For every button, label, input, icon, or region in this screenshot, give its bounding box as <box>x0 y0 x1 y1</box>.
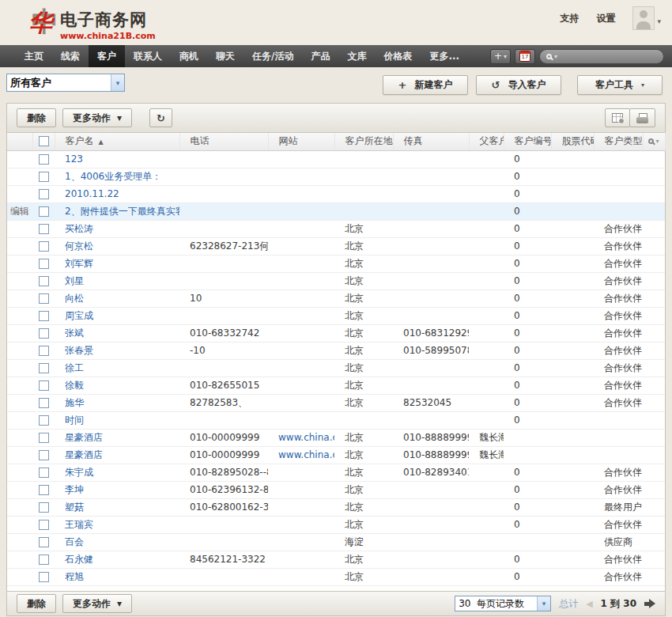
customer-name-link[interactable]: 何京松 <box>65 240 93 252</box>
col-header-number[interactable]: 客户编号 <box>504 133 551 150</box>
row-checkbox[interactable] <box>39 415 49 426</box>
row-checkbox[interactable] <box>39 276 49 286</box>
prev-page-icon[interactable]: ◀ <box>586 599 592 609</box>
col-header-name[interactable]: 客户名▲ <box>55 133 179 150</box>
calendar-button[interactable]: 17 <box>515 49 535 64</box>
print-button[interactable] <box>629 108 655 127</box>
per-page-select[interactable]: 30 每页记录数 ▾ <box>455 596 551 611</box>
col-header-type[interactable]: 客户类型 <box>594 133 643 150</box>
support-link[interactable]: 支持 <box>560 12 579 25</box>
view-select[interactable]: 所有客户 ▾ <box>6 74 125 92</box>
nav-item-价格表[interactable]: 价格表 <box>375 45 421 67</box>
more-actions-button-bottom[interactable]: 更多动作 ▾ <box>62 594 132 613</box>
row-checkbox[interactable] <box>39 189 49 199</box>
website-link[interactable]: www.china.com <box>278 432 334 443</box>
row-checkbox[interactable] <box>39 380 49 391</box>
refresh-button[interactable]: ↻ <box>149 108 172 127</box>
row-checkbox[interactable] <box>39 520 49 530</box>
col-header-stock[interactable]: 股票代码 <box>551 133 594 150</box>
nav-item-更多...[interactable]: 更多... <box>421 45 468 67</box>
row-checkbox[interactable] <box>39 433 49 443</box>
customer-name-link[interactable]: 塑菇 <box>65 502 84 513</box>
customer-name-link[interactable]: 买松涛 <box>65 223 93 234</box>
nav-item-产品[interactable]: 产品 <box>302 45 338 67</box>
customer-name-link[interactable]: 星豪酒店 <box>65 432 103 443</box>
delete-button[interactable]: 删除 <box>17 108 56 127</box>
customer-name-link[interactable]: 李坤 <box>65 484 84 495</box>
customer-name-link[interactable]: 徐毅 <box>65 380 84 391</box>
customer-name-link[interactable]: 张斌 <box>65 327 84 339</box>
row-checkbox[interactable] <box>39 346 49 356</box>
customer-name-link[interactable]: 123 <box>65 153 83 165</box>
customer-name-link[interactable]: 刘星 <box>65 275 84 286</box>
row-checkbox[interactable] <box>39 572 49 582</box>
export-grid-button[interactable] <box>605 108 630 127</box>
customer-name-link[interactable]: 施华 <box>65 397 84 408</box>
new-customer-button[interactable]: + 新建客户 <box>383 75 468 95</box>
customer-name-link[interactable]: 百会 <box>65 536 84 547</box>
user-menu[interactable]: ▾ <box>632 6 661 30</box>
col-header-website[interactable]: 网站 <box>268 133 334 150</box>
more-actions-button[interactable]: 更多动作 ▾ <box>62 108 132 127</box>
customer-name-link[interactable]: 时间 <box>65 414 84 426</box>
nav-item-任务/活动[interactable]: 任务/活动 <box>244 45 302 67</box>
col-header-parent[interactable]: 父客户 <box>469 133 504 150</box>
row-checkbox[interactable] <box>39 206 49 217</box>
customer-name-link[interactable]: 2、附件提供一下最终真实客户信息 <box>65 206 179 217</box>
customer-name-link[interactable]: 周宝成 <box>65 310 93 321</box>
nav-item-聊天[interactable]: 聊天 <box>207 45 244 67</box>
row-checkbox[interactable] <box>39 293 49 304</box>
row-checkbox[interactable] <box>39 154 49 165</box>
nav-item-客户[interactable]: 客户 <box>89 45 125 67</box>
row-checkbox[interactable] <box>39 555 49 565</box>
row-checkbox[interactable] <box>39 398 49 408</box>
row-checkbox[interactable] <box>39 450 49 460</box>
nav-item-文库[interactable]: 文库 <box>338 45 375 67</box>
customer-name-link[interactable]: 王瑞宾 <box>65 519 93 530</box>
global-search-input[interactable]: ▾ <box>539 49 664 64</box>
nav-item-联系人[interactable]: 联系人 <box>125 45 171 67</box>
total-link[interactable]: 总计 <box>559 597 578 611</box>
row-checkbox[interactable] <box>39 224 49 234</box>
row-checkbox[interactable] <box>39 259 49 269</box>
row-checkbox[interactable] <box>39 502 49 513</box>
site-logo[interactable]: 中 华 电子商务网 www.china21B.com <box>24 4 156 41</box>
column-search-button[interactable]: ▾ <box>644 138 665 145</box>
nav-item-主页[interactable]: 主页 <box>16 45 52 67</box>
edit-link[interactable]: 编辑 <box>10 206 29 217</box>
customer-name-link[interactable]: 星豪酒店 <box>65 449 103 460</box>
col-header-phone[interactable]: 电话 <box>179 133 268 150</box>
grid-export-icon <box>612 113 623 123</box>
nav-item-商机[interactable]: 商机 <box>171 45 207 67</box>
row-checkbox[interactable] <box>39 467 49 478</box>
next-page-icon[interactable] <box>644 599 655 608</box>
website-link[interactable]: www.china.com <box>278 449 334 460</box>
row-checkbox[interactable] <box>39 363 49 373</box>
col-header-location[interactable]: 客户所在地 <box>334 133 393 150</box>
customer-name-link[interactable]: 2010.11.22 <box>65 188 119 199</box>
row-checkbox[interactable] <box>39 537 49 547</box>
row-checkbox[interactable] <box>39 311 49 321</box>
select-all-checkbox[interactable] <box>39 136 49 146</box>
customer-name-link[interactable]: 向松 <box>65 293 84 304</box>
customer-name-link[interactable]: 张春景 <box>65 345 93 356</box>
row-checkbox[interactable] <box>39 328 49 339</box>
customer-name-link[interactable]: 朱宇成 <box>65 467 93 478</box>
row-checkbox[interactable] <box>39 241 49 252</box>
chevron-down-icon[interactable]: ▾ <box>657 17 661 25</box>
import-customer-button[interactable]: ↺ 导入客户 <box>476 75 561 95</box>
nav-item-线索[interactable]: 线索 <box>52 45 89 67</box>
delete-button-bottom[interactable]: 删除 <box>17 594 56 613</box>
customer-name-link[interactable]: 1、4006业务受理单： <box>65 171 161 182</box>
customer-name-link[interactable]: 石永健 <box>65 554 93 565</box>
customer-tools-button[interactable]: 客户工具 ▾ <box>577 75 663 95</box>
customer-name-link[interactable]: 程旭 <box>65 571 84 582</box>
customer-name-link[interactable]: 刘军辉 <box>65 258 93 269</box>
quick-add-button[interactable]: + ▾ <box>490 49 511 64</box>
col-header-fax[interactable]: 传真 <box>393 133 469 150</box>
avatar[interactable] <box>632 6 655 30</box>
row-checkbox[interactable] <box>39 172 49 182</box>
settings-link[interactable]: 设置 <box>596 12 615 25</box>
row-checkbox[interactable] <box>39 485 49 495</box>
customer-name-link[interactable]: 徐工 <box>65 362 84 373</box>
